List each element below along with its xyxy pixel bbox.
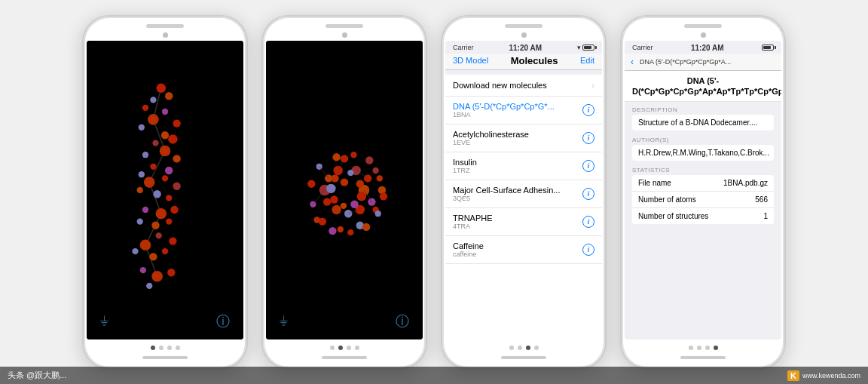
dot-3-4 bbox=[534, 346, 539, 350]
svg-point-63 bbox=[326, 183, 335, 192]
info-btn-0[interactable]: i bbox=[582, 104, 594, 116]
svg-point-84 bbox=[313, 217, 319, 223]
detail-header: ‹ DNA (5'-D(*Cp*Gp*Cp*Gp*A... bbox=[625, 54, 781, 71]
watermark-bar: 头条 @跟大鹏... K www.kewenda.com bbox=[0, 367, 868, 384]
svg-point-75 bbox=[332, 153, 340, 161]
svg-point-80 bbox=[375, 210, 381, 217]
svg-line-90 bbox=[319, 166, 329, 178]
phone4-top bbox=[622, 17, 784, 41]
mol-bottom-icons-1: ⏚ ⓘ bbox=[87, 312, 243, 330]
time-label-4: 11:20 AM bbox=[691, 44, 724, 52]
dot-2-3 bbox=[347, 346, 351, 350]
svg-point-44 bbox=[146, 282, 152, 288]
dot-1-2 bbox=[159, 346, 164, 350]
detail-main-title: DNA (5'-D(*Cp*Gp*Cp*Gp*Ap*Ap*Tp*Tp*Cp*Gp… bbox=[632, 75, 774, 97]
item-title-5: Caffeine bbox=[453, 241, 578, 250]
svg-point-73 bbox=[307, 180, 315, 187]
svg-point-76 bbox=[350, 152, 356, 158]
info-btn-1[interactable]: i bbox=[582, 132, 594, 144]
dot-1-3 bbox=[167, 346, 172, 350]
item-sub-3: 3QE5 bbox=[453, 195, 578, 202]
svg-point-60 bbox=[350, 200, 358, 207]
svg-point-78 bbox=[377, 175, 383, 181]
carrier-label-4: Carrier bbox=[632, 44, 653, 51]
svg-point-45 bbox=[341, 178, 348, 186]
phone2-screen: ⏚ ⓘ bbox=[266, 41, 423, 339]
stats-label-0: File name bbox=[638, 179, 671, 187]
svg-point-39 bbox=[149, 253, 157, 260]
list-item-3[interactable]: Major Cell-Surface Adhesin... 3QE5 i bbox=[445, 180, 602, 208]
battery-fill-3 bbox=[584, 46, 591, 49]
molecule-svg-2 bbox=[266, 41, 423, 339]
logo-k: K bbox=[787, 370, 799, 381]
home-indicator-4[interactable] bbox=[680, 356, 726, 359]
phone2-bottom bbox=[263, 339, 426, 368]
info-btn-2[interactable]: i bbox=[582, 160, 594, 172]
download-row[interactable]: Download new molecules › bbox=[445, 75, 602, 97]
svg-point-64 bbox=[331, 174, 338, 182]
stats-section: STATISTICS File name 1BNA.pdb.gz Number … bbox=[625, 162, 781, 226]
page-dots-4 bbox=[689, 346, 718, 350]
item-sub-5: caffeine bbox=[453, 250, 578, 258]
speaker-icon-2 bbox=[326, 24, 363, 28]
phone-3: Carrier 11:20 AM ▾ 3D Model Molecules Ed… bbox=[441, 15, 607, 370]
download-text: Download new molecules bbox=[453, 81, 547, 90]
nav-bar-3: 3D Model Molecules Edit bbox=[445, 54, 602, 70]
list-item-4[interactable]: TRNAPHE 4TRA i bbox=[445, 208, 602, 236]
info-btn-3[interactable]: i bbox=[582, 188, 594, 200]
home-indicator-3[interactable] bbox=[501, 356, 546, 359]
battery-icon-3 bbox=[582, 45, 594, 51]
item-title-2: Insulin bbox=[453, 158, 578, 167]
page-dots-3 bbox=[509, 346, 539, 350]
nav-right-3[interactable]: Edit bbox=[580, 56, 594, 65]
download-arrow: › bbox=[591, 81, 594, 90]
wifi-icon-3: ▾ bbox=[577, 44, 581, 51]
description-label: DESCRIPTION bbox=[632, 106, 774, 113]
item-title-3: Major Cell-Surface Adhesin... bbox=[453, 186, 578, 195]
home-indicator-1[interactable] bbox=[142, 356, 188, 359]
svg-point-9 bbox=[142, 104, 148, 110]
svg-point-37 bbox=[169, 237, 176, 244]
phone-1: ⏚ ⓘ bbox=[82, 15, 248, 370]
phone3-screen: Carrier 11:20 AM ▾ 3D Model Molecules Ed… bbox=[445, 41, 602, 339]
battery-icon-4 bbox=[762, 45, 774, 51]
status-right-4 bbox=[762, 45, 774, 51]
stats-value-0: 1BNA.pdb.gz bbox=[723, 179, 768, 187]
list-item-1[interactable]: Acetylcholinesterase 1EVE i bbox=[445, 124, 602, 152]
svg-point-19 bbox=[173, 155, 180, 162]
dot-3-1 bbox=[509, 346, 514, 350]
dot-3-2 bbox=[518, 346, 522, 350]
home-indicator-2[interactable] bbox=[322, 356, 367, 359]
molecule-screen-2: ⏚ ⓘ bbox=[266, 41, 423, 339]
list-item-2[interactable]: Insulin 1TRZ i bbox=[445, 152, 602, 180]
svg-point-70 bbox=[338, 226, 344, 232]
svg-point-10 bbox=[148, 114, 159, 125]
info-icon-1[interactable]: ⓘ bbox=[216, 312, 230, 330]
svg-point-30 bbox=[142, 206, 148, 212]
list-item-content-3: Major Cell-Surface Adhesin... 3QE5 bbox=[453, 186, 578, 202]
description-value: Structure of a B-DNA Dodecamer.... bbox=[632, 115, 774, 131]
dot-3-3 bbox=[526, 346, 530, 350]
camera-icon-3 bbox=[521, 32, 527, 38]
list-item-content-4: TRNAPHE 4TRA bbox=[453, 214, 578, 230]
detail-nav: ‹ DNA (5'-D(*Cp*Gp*Cp*Gp*A... bbox=[631, 57, 775, 67]
svg-point-43 bbox=[167, 269, 175, 276]
status-bar-4: Carrier 11:20 AM bbox=[625, 41, 781, 54]
svg-point-33 bbox=[151, 221, 159, 229]
info-btn-5[interactable]: i bbox=[582, 244, 594, 256]
svg-point-27 bbox=[153, 190, 160, 198]
nav-left-3[interactable]: 3D Model bbox=[453, 56, 488, 65]
info-icon-2[interactable]: ⓘ bbox=[396, 312, 409, 330]
list-item-0[interactable]: DNA (5'-D(*Cp*Gp*Cp*G*... 1BNA i bbox=[445, 97, 602, 124]
dot-4-3 bbox=[705, 346, 710, 350]
svg-point-26 bbox=[137, 186, 143, 192]
svg-point-56 bbox=[333, 165, 342, 174]
phone1-screen: ⏚ ⓘ bbox=[87, 41, 243, 339]
dot-4-2 bbox=[697, 346, 701, 350]
camera-icon-2 bbox=[342, 32, 347, 38]
svg-point-81 bbox=[362, 223, 370, 230]
info-btn-4[interactable]: i bbox=[582, 216, 594, 228]
list-item-5[interactable]: Caffeine caffeine i bbox=[445, 236, 602, 264]
molecules-list-screen: Carrier 11:20 AM ▾ 3D Model Molecules Ed… bbox=[445, 41, 602, 339]
dot-4-4 bbox=[714, 346, 718, 350]
